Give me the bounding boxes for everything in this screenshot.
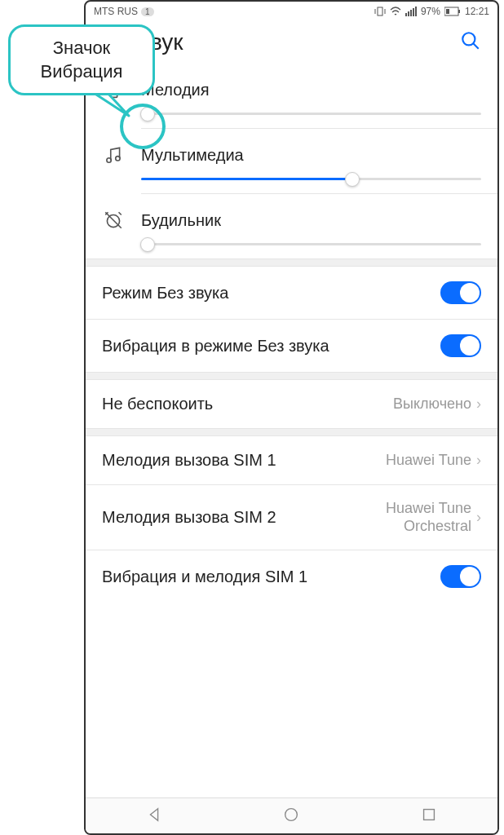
vibrate-sim1-label: Вибрация и мелодия SIM 1 — [102, 566, 440, 587]
nav-back-icon[interactable] — [145, 806, 163, 827]
nav-recent-icon[interactable] — [420, 806, 438, 827]
vibrate-silent-toggle[interactable] — [440, 334, 481, 357]
clock: 12:21 — [465, 6, 489, 17]
callout-tail — [90, 91, 147, 124]
svg-line-18 — [119, 212, 122, 214]
svg-rect-4 — [408, 11, 409, 16]
vibrate-status-icon — [374, 7, 386, 16]
vibrate-sim1-toggle[interactable] — [440, 565, 481, 588]
svg-rect-5 — [410, 10, 412, 16]
silent-mode-toggle[interactable] — [440, 281, 481, 304]
alarm-label: Будильник — [141, 211, 221, 230]
alarm-off-icon — [102, 209, 125, 232]
alarm-slider[interactable] — [141, 243, 481, 245]
sim1-ringtone-label: Мелодия вызова SIM 1 — [102, 451, 276, 470]
sim-badge: 1 — [141, 7, 154, 16]
chevron-right-icon: › — [476, 452, 481, 469]
battery-icon — [444, 7, 461, 16]
dnd-value: Выключено — [393, 395, 471, 413]
svg-rect-3 — [405, 13, 407, 16]
svg-point-15 — [116, 157, 120, 161]
svg-point-14 — [107, 158, 111, 162]
dnd-row[interactable]: Не беспокоить Выключено › — [86, 380, 497, 428]
signal-icon — [405, 7, 417, 16]
vibrate-silent-label: Вибрация в режиме Без звука — [102, 335, 440, 356]
alarm-slider-row: Будильник — [86, 194, 497, 258]
chevron-right-icon: › — [476, 395, 481, 413]
dnd-label: Не беспокоить — [102, 395, 213, 413]
music-icon — [102, 144, 125, 166]
sim2-ringtone-row[interactable]: Мелодия вызова SIM 2 Huawei Tune Orchest… — [86, 485, 497, 550]
search-icon[interactable] — [460, 30, 481, 55]
carrier-label: MTS RUS — [94, 6, 138, 17]
svg-rect-7 — [415, 7, 417, 16]
wifi-icon — [390, 7, 401, 16]
svg-rect-0 — [378, 7, 382, 15]
media-slider[interactable] — [141, 178, 481, 180]
annotation-callout: Значок Вибрация — [8, 24, 155, 95]
sim1-ringtone-value: Huawei Tune — [386, 452, 471, 470]
svg-point-11 — [462, 33, 475, 45]
svg-rect-10 — [446, 9, 449, 14]
media-label: Мультимедиа — [141, 146, 244, 165]
battery-percent: 97% — [421, 6, 440, 17]
callout-line-1: Значок — [24, 37, 139, 60]
svg-line-12 — [473, 43, 479, 49]
sim2-ringtone-value: Huawei Tune Orchestral — [382, 500, 471, 535]
vibrate-silent-row[interactable]: Вибрация в режиме Без звука — [86, 320, 497, 372]
silent-mode-label: Режим Без звука — [102, 282, 440, 303]
callout-line-2: Вибрация — [24, 60, 139, 84]
svg-rect-21 — [423, 809, 434, 820]
nav-home-icon[interactable] — [282, 806, 300, 827]
sim1-ringtone-row[interactable]: Мелодия вызова SIM 1 Huawei Tune › — [86, 436, 497, 484]
sim2-ringtone-label: Мелодия вызова SIM 2 — [102, 508, 276, 527]
svg-rect-9 — [458, 10, 460, 13]
page-title: Звук — [136, 29, 460, 55]
svg-rect-6 — [413, 8, 414, 16]
ringtone-slider[interactable] — [141, 113, 481, 115]
silent-mode-row[interactable]: Режим Без звука — [86, 267, 497, 319]
system-nav-bar — [86, 797, 497, 833]
svg-point-20 — [285, 808, 298, 820]
vibrate-sim1-row[interactable]: Вибрация и мелодия SIM 1 — [86, 550, 497, 603]
status-bar: MTS RUS 1 97% 12:21 — [86, 2, 497, 21]
chevron-right-icon: › — [476, 509, 481, 526]
